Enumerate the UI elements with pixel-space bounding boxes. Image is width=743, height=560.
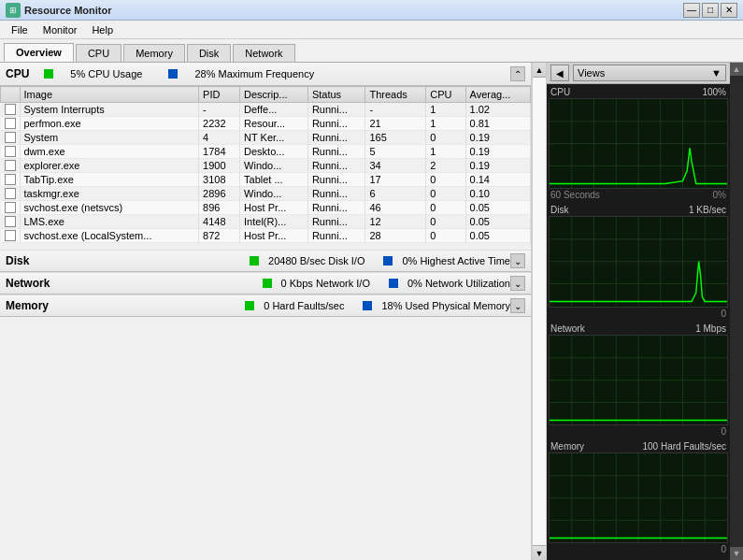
tab-memory[interactable]: Memory [123, 44, 185, 62]
table-cell: Runni... [307, 187, 365, 201]
table-cell: 4 [199, 131, 240, 145]
row-checkbox[interactable] [5, 174, 16, 185]
table-cell: - [365, 103, 426, 117]
menu-file[interactable]: File [4, 22, 36, 37]
graph-canvas-cpu [549, 98, 728, 189]
graph-label-network: Network1 Mbps [549, 323, 728, 335]
row-checkbox[interactable] [5, 132, 16, 143]
table-cell: taskmgr.exe [20, 187, 199, 201]
table-cell: 0.19 [465, 131, 530, 145]
table-cell: 1 [426, 103, 465, 117]
table-cell: 5 [365, 145, 426, 159]
tab-network[interactable]: Network [233, 44, 294, 62]
scroll-track[interactable] [533, 78, 546, 545]
cpu-expand-btn[interactable]: ⌃ [510, 66, 525, 81]
graph-bottom-right: 0% [713, 190, 726, 200]
row-checkbox[interactable] [5, 146, 16, 157]
process-table-container[interactable]: Image PID Descrip... Status Threads CPU … [0, 86, 531, 250]
graph-canvas-memory [549, 452, 728, 543]
table-row[interactable]: svchost.exe (netsvcs)896Host Pr...Runni.… [1, 201, 531, 215]
right-scroll-track[interactable] [730, 76, 743, 547]
main-scrollbar[interactable]: ▲ ▼ [532, 63, 547, 560]
table-cell: 2 [426, 159, 465, 173]
scroll-up-btn[interactable]: ▲ [533, 63, 546, 78]
table-row[interactable]: taskmgr.exe2896Windo...Runni...600.10 [1, 187, 531, 201]
table-cell: Runni... [307, 215, 365, 229]
cpu-usage-label: 5% CPU Usage [70, 68, 142, 79]
col-pid[interactable]: PID [199, 87, 240, 103]
app-icon: ⊞ [6, 3, 21, 18]
table-row[interactable]: System Interrupts-Deffe...Runni...-11.02 [1, 103, 531, 117]
table-cell: 0.10 [465, 187, 530, 201]
col-description[interactable]: Descrip... [240, 87, 308, 103]
row-checkbox[interactable] [5, 230, 16, 241]
col-image[interactable]: Image [20, 87, 199, 103]
table-cell: 0.05 [465, 215, 530, 229]
table-cell: 28 [365, 229, 426, 243]
nav-back-btn[interactable]: ◀ [550, 65, 569, 81]
right-scroll-down[interactable]: ▼ [730, 547, 743, 560]
table-row[interactable]: dwm.exe1784Deskto...Runni...510.19 [1, 145, 531, 159]
row-checkbox[interactable] [5, 118, 16, 129]
graph-label-left: Disk [550, 205, 568, 215]
table-cell: 896 [199, 201, 240, 215]
disk-expand-btn[interactable]: ⌄ [510, 253, 525, 268]
cpu-stat-indicator-blue [168, 69, 178, 79]
right-scrollbar[interactable]: ▲▼ [730, 63, 743, 560]
menu-monitor[interactable]: Monitor [36, 22, 85, 37]
table-cell: Host Pr... [240, 201, 308, 215]
tab-cpu[interactable]: CPU [76, 44, 121, 62]
graph-label-disk: Disk1 KB/sec [549, 204, 728, 216]
graph-item-cpu: CPU100%60 Seconds0% [549, 86, 728, 201]
title-bar-controls: — □ ✕ [683, 3, 737, 18]
table-row[interactable]: System4NT Ker...Runni...16500.19 [1, 131, 531, 145]
row-checkbox[interactable] [5, 216, 16, 227]
graph-bottom-right: 0 [721, 544, 726, 554]
row-checkbox[interactable] [5, 160, 16, 171]
table-cell: Deskto... [240, 145, 308, 159]
row-checkbox[interactable] [5, 202, 16, 213]
graph-bottom-right: 0 [721, 426, 726, 437]
views-btn[interactable]: Views ▼ [573, 65, 726, 81]
table-cell: 0 [426, 229, 465, 243]
scroll-down-btn[interactable]: ▼ [533, 545, 546, 560]
maximize-button[interactable]: □ [702, 3, 719, 18]
table-cell: perfmon.exe [20, 117, 199, 131]
memory-expand-btn[interactable]: ⌄ [510, 298, 525, 313]
graph-label-cpu: CPU100% [549, 86, 728, 98]
table-row[interactable]: perfmon.exe2232Resour...Runni...2110.81 [1, 117, 531, 131]
minimize-button[interactable]: — [683, 3, 700, 18]
col-average[interactable]: Averag... [465, 87, 530, 103]
memory-section-header: Memory 0 Hard Faults/sec 18% Used Physic… [0, 294, 531, 317]
table-cell: Runni... [307, 103, 365, 117]
table-cell: 1 [426, 117, 465, 131]
menu-help[interactable]: Help [84, 22, 121, 37]
network-stat2: 0% Network Utilization [407, 278, 510, 289]
row-checkbox[interactable] [5, 104, 16, 115]
table-row[interactable]: svchost.exe (LocalSystem...872Host Pr...… [1, 229, 531, 243]
table-cell: NT Ker... [240, 131, 308, 145]
table-cell: Host Pr... [240, 229, 308, 243]
col-cpu[interactable]: CPU [426, 87, 465, 103]
close-button[interactable]: ✕ [721, 3, 737, 18]
table-cell: Windo... [240, 187, 308, 201]
network-expand-btn[interactable]: ⌄ [510, 276, 525, 291]
table-cell: 6 [365, 187, 426, 201]
col-threads[interactable]: Threads [365, 87, 426, 103]
table-row[interactable]: LMS.exe4148Intel(R)...Runni...1200.05 [1, 215, 531, 229]
table-row[interactable]: explorer.exe1900Windo...Runni...3420.19 [1, 159, 531, 173]
right-scroll-up[interactable]: ▲ [730, 63, 743, 76]
tab-disk[interactable]: Disk [187, 44, 231, 62]
tab-overview[interactable]: Overview [4, 43, 74, 62]
table-row[interactable]: TabTip.exe3108Tablet ...Runni...1700.14 [1, 173, 531, 187]
graphs-container: CPU100%60 Seconds0%Disk1 KB/sec0Network1… [547, 84, 730, 560]
graph-item-disk: Disk1 KB/sec0 [549, 204, 728, 319]
col-status[interactable]: Status [307, 87, 365, 103]
table-cell: dwm.exe [20, 145, 199, 159]
views-dropdown-icon: ▼ [711, 67, 722, 79]
table-cell: 1784 [199, 145, 240, 159]
menu-bar: File Monitor Help [0, 21, 743, 39]
col-check [1, 87, 21, 103]
row-checkbox[interactable] [5, 188, 16, 199]
table-cell: 0 [426, 173, 465, 187]
